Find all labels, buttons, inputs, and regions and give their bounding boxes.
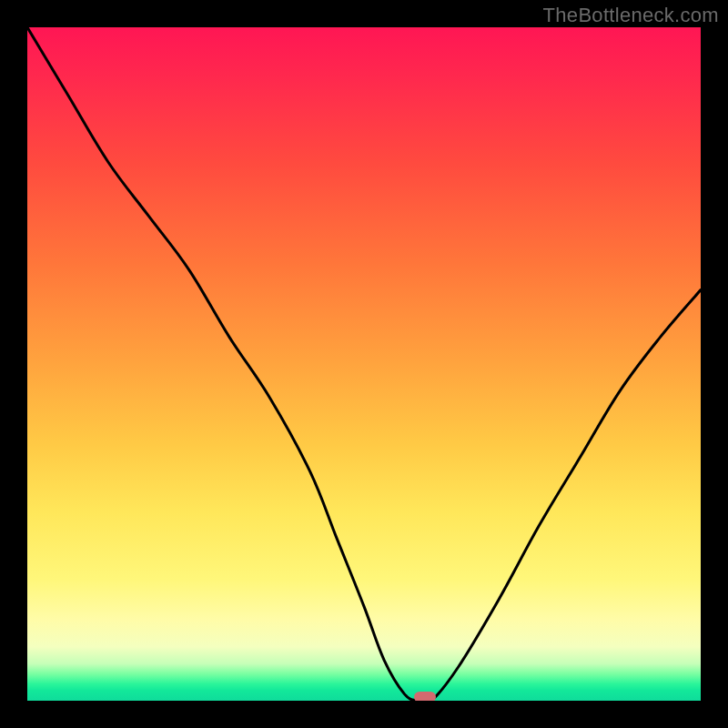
minimum-marker [414, 692, 436, 701]
plot-area [27, 27, 701, 701]
chart-frame: TheBottleneck.com [0, 0, 728, 728]
bottleneck-curve [27, 27, 701, 701]
watermark-text: TheBottleneck.com [543, 4, 719, 27]
